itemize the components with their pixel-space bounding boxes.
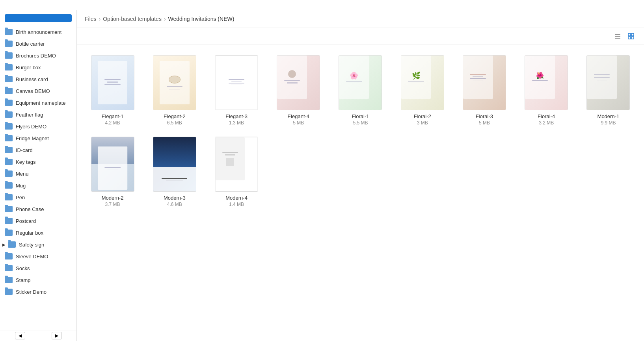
svg-rect-6 [631,37,634,39]
sidebar-item-label: Pen [16,195,25,200]
file-card-elegant-4[interactable]: Elegant-45 MB [271,53,326,128]
svg-rect-5 [628,37,631,39]
sidebar-item-equipment-nameplate[interactable]: Equipment nameplate [0,97,76,109]
sidebar-item-label: Sticker Demo [16,289,47,295]
sidebar-item-label: Birth announcement [16,29,61,35]
file-size: 5 MB [293,120,304,126]
sidebar-item-stamp[interactable]: Stamp [0,274,76,286]
file-thumbnail [463,55,506,110]
file-thumbnail [91,55,134,110]
sidebar-item-label: Key tags [16,159,36,165]
sidebar-item-feather-flag[interactable]: Feather flag [0,109,76,120]
file-size: 3.2 MB [539,120,554,126]
sidebar-item-bottle-carrier[interactable]: Bottle carrier [0,38,76,50]
sidebar-scroll-controls: ◀ ▶ [0,330,76,341]
folder-icon [5,147,13,153]
file-card-floral-3[interactable]: Floral-35 MB [456,53,512,128]
file-card-modern-1[interactable]: Modern-19.9 MB [581,53,636,128]
folder-icon [5,170,13,177]
sidebar-item-menu[interactable]: Menu [0,168,76,180]
file-size: 3.7 MB [105,202,120,207]
sidebar-item-sticker-demo[interactable]: Sticker Demo [0,286,76,298]
sidebar-item-safety-sign[interactable]: ▶Safety sign [0,239,76,250]
file-size: 1.3 MB [229,120,244,126]
file-size: 4.2 MB [105,120,120,126]
file-name: Floral-3 [476,113,493,119]
sidebar-item-flyers-demo[interactable]: Flyers DEMO [0,120,76,132]
sidebar-item-socks[interactable]: Socks [0,262,76,274]
sidebar-item-birth-announcement[interactable]: Birth announcement [0,26,76,38]
sidebar-item-label: Stamp [16,277,31,283]
folder-icon [5,230,13,236]
file-size: 4.6 MB [167,202,182,207]
breadcrumb-files[interactable]: Files [85,16,97,22]
folder-icon [5,41,13,47]
file-thumbnail [153,55,196,110]
expand-arrow-icon: ▶ [2,243,6,247]
file-card-modern-2[interactable]: Modern-23.7 MB [85,134,140,209]
sidebar-item-fridge-magnet[interactable]: Fridge Magnet [0,132,76,144]
sidebar-item-regular-box[interactable]: Regular box [0,227,76,239]
folder-icon [5,218,13,224]
file-name: Elegant-2 [164,113,186,119]
sidebar-item-canvas-demo[interactable]: Canvas DEMO [0,85,76,97]
file-name: Modern-4 [225,195,248,201]
file-card-elegant-2[interactable]: Elegant-26.5 MB [147,53,202,128]
sidebar-item-postcard[interactable]: Postcard [0,215,76,227]
file-thumbnail: 🌿 [401,55,444,110]
file-name: Floral-1 [352,113,369,119]
folder-icon [5,135,13,141]
file-name: Elegant-4 [287,113,309,119]
folder-icon [5,182,13,189]
folder-icon [5,159,13,165]
sidebar-item-pen[interactable]: Pen [0,191,76,203]
view-controls [612,31,636,41]
file-thumbnail: 🌸 [339,55,382,110]
file-card-floral-4[interactable]: 🌺Floral-43.2 MB [519,53,574,128]
sidebar-item-sleeve-demo[interactable]: Sleeve DEMO [0,250,76,262]
file-name: Elegant-1 [102,113,124,119]
folder-icon [5,29,13,35]
scroll-right-button[interactable]: ▶ [52,332,62,339]
sidebar-item-label: ID-card [16,147,33,153]
sidebar-item-label: Safety sign [19,242,44,248]
folder-icon [5,194,13,200]
folder-icon [5,88,13,94]
sidebar-item-brochures-demo[interactable]: Brochures DEMO [0,50,76,61]
folder-icon [5,100,13,106]
file-card-floral-2[interactable]: 🌿Floral-23 MB [395,53,450,128]
folder-icon [5,52,13,59]
file-card-modern-3[interactable]: Modern-34.6 MB [147,134,202,209]
list-view-button[interactable] [612,31,623,41]
new-button[interactable] [5,14,72,22]
file-name: Floral-2 [414,113,431,119]
svg-rect-3 [628,33,631,36]
svg-rect-0 [615,34,620,35]
folder-icon [5,206,13,212]
sidebar-item-phone-case[interactable]: Phone Case [0,203,76,215]
file-card-modern-4[interactable]: Modern-41.4 MB [208,134,264,209]
folder-icon [5,123,13,130]
scroll-left-button[interactable]: ◀ [15,332,25,339]
sidebar-item-id-card[interactable]: ID-card [0,144,76,156]
file-name: Floral-4 [538,113,555,119]
toolbar [77,28,644,45]
sidebar: Birth announcementBottle carrierBrochure… [0,10,77,341]
sidebar-item-label: Phone Case [16,206,44,212]
files-grid: Elegant-14.2 MBElegant-26.5 MBElegant-31… [77,45,644,341]
sidebar-item-label: Canvas DEMO [16,88,50,94]
file-card-floral-1[interactable]: 🌸Floral-15.5 MB [333,53,388,128]
grid-view-button[interactable] [626,31,636,41]
content-area: Files › Option-based templates › Wedding… [77,10,644,341]
file-name: Modern-1 [597,113,620,119]
sidebar-item-label: Feather flag [16,112,43,118]
sidebar-item-mug[interactable]: Mug [0,180,76,191]
sidebar-item-burger-box[interactable]: Burger box [0,61,76,73]
sidebar-item-business-card[interactable]: Business card [0,73,76,85]
file-card-elegant-3[interactable]: Elegant-31.3 MB [208,53,264,128]
sidebar-item-key-tags[interactable]: Key tags [0,156,76,168]
file-size: 5 MB [479,120,490,126]
breadcrumb-sep1: › [99,16,101,22]
file-card-elegant-1[interactable]: Elegant-14.2 MB [85,53,140,128]
breadcrumb-option-templates[interactable]: Option-based templates [103,16,162,22]
